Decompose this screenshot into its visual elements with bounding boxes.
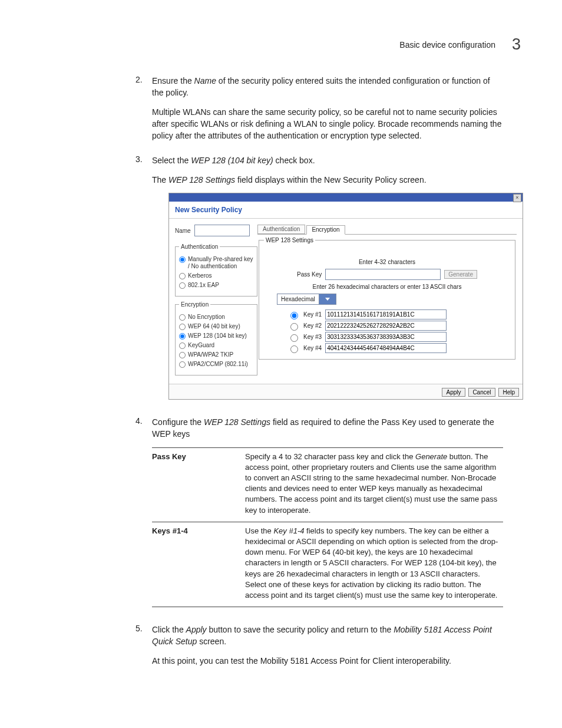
format-dropdown-value: Hexadecimal xyxy=(277,296,319,302)
enc-label-wep128: WEP 128 (104 bit key) xyxy=(188,332,247,340)
enc-radio-wep128[interactable] xyxy=(179,333,186,340)
definition-table: Pass Key Specify a 4 to 32 character pas… xyxy=(152,447,503,607)
step-5-text: Click the Apply button to save the secur… xyxy=(152,624,503,648)
step-2-sub: Multiple WLANs can share the same securi… xyxy=(152,106,503,142)
passkey-label: Pass Key xyxy=(297,271,322,278)
key-input-1[interactable] xyxy=(325,309,447,319)
enc-radio-wpatkip[interactable] xyxy=(179,352,186,358)
chevron-down-icon xyxy=(319,294,336,304)
def-passkey-label: Pass Key xyxy=(152,447,245,522)
auth-label-kerberos: Kerberos xyxy=(188,272,212,279)
apply-button[interactable]: Apply xyxy=(442,388,465,397)
auth-label-eap: 802.1x EAP xyxy=(188,282,219,289)
key-radio-1[interactable] xyxy=(290,312,298,319)
passkey-input[interactable] xyxy=(325,269,441,280)
encryption-fieldset: Encryption No Encryption WEP 64 (40 bit … xyxy=(175,301,257,375)
auth-label-manual: Manually Pre-shared key / No authenticat… xyxy=(188,256,253,270)
authentication-legend: Authentication xyxy=(179,243,220,250)
def-keys-text: Use the Key #1-4 fields to specify key n… xyxy=(245,522,503,607)
enc-label-keyguard: KeyGuard xyxy=(188,342,214,349)
format-dropdown[interactable]: Hexadecimal xyxy=(277,294,336,305)
name-label: Name xyxy=(175,228,191,234)
step-number-3: 3. xyxy=(135,154,152,410)
name-input[interactable] xyxy=(194,225,250,236)
enc-label-wpatkip: WPA/WPA2 TKIP xyxy=(188,351,233,358)
tab-encryption[interactable]: Encryption xyxy=(306,225,345,235)
window-titlebar: × xyxy=(169,193,523,202)
key-radio-3[interactable] xyxy=(290,334,298,342)
auth-radio-eap[interactable] xyxy=(179,282,186,289)
key-label-1: Key #1 xyxy=(303,311,322,318)
authentication-fieldset: Authentication Manually Pre-shared key /… xyxy=(175,243,257,297)
chapter-number: 3 xyxy=(512,35,521,54)
step-3-text: Select the WEP 128 (104 bit key) check b… xyxy=(152,154,523,166)
tab-bar: Authentication Encryption xyxy=(257,225,517,235)
section-title: Basic device configuration xyxy=(399,40,495,50)
help-button[interactable]: Help xyxy=(498,388,519,397)
generate-button[interactable]: Generate xyxy=(444,270,477,279)
step-2-text: Ensure the Name of the security policy e… xyxy=(152,75,503,99)
key-input-4[interactable] xyxy=(325,343,447,353)
enc-radio-none[interactable] xyxy=(179,314,186,321)
enc-radio-wpa2ccmp[interactable] xyxy=(179,361,186,368)
key-label-3: Key #3 xyxy=(303,334,322,340)
screenshot-panel: × New Security Policy Name xyxy=(168,193,523,400)
enc-radio-wep64[interactable] xyxy=(179,324,186,330)
dialog-footer: Apply Cancel Help xyxy=(169,384,523,399)
step-number-5: 5. xyxy=(135,624,152,674)
auth-radio-manual[interactable] xyxy=(179,256,186,263)
hex-note: Enter 26 hexadecimal characters or enter… xyxy=(264,284,510,290)
wep-settings-legend: WEP 128 Settings xyxy=(264,237,315,243)
key-radio-2[interactable] xyxy=(290,323,298,331)
key-input-2[interactable] xyxy=(325,321,447,331)
key-radio-4[interactable] xyxy=(290,345,298,353)
auth-radio-kerberos[interactable] xyxy=(179,273,186,279)
close-icon[interactable]: × xyxy=(513,194,521,202)
wep-settings-fieldset: WEP 128 Settings Enter 4-32 characters P… xyxy=(259,237,515,360)
def-keys-label: Keys #1-4 xyxy=(152,522,245,607)
step-number-2: 2. xyxy=(135,75,152,149)
tab-authentication[interactable]: Authentication xyxy=(257,225,305,234)
def-passkey-text: Specify a 4 to 32 character pass key and… xyxy=(245,447,503,522)
enc-label-wep64: WEP 64 (40 bit key) xyxy=(188,323,240,330)
step-5-sub: At this point, you can test the Mobility… xyxy=(152,655,503,667)
page-header: Basic device configuration 3 xyxy=(41,35,521,54)
enc-label-none: No Encryption xyxy=(188,314,225,321)
svg-marker-0 xyxy=(325,298,330,301)
cancel-button[interactable]: Cancel xyxy=(468,388,495,397)
step-4-text: Configure the WEP 128 Settings field as … xyxy=(152,416,503,440)
passkey-hint: Enter 4-32 characters xyxy=(264,259,510,265)
enc-label-wpa2ccmp: WPA2/CCMP (802.11i) xyxy=(188,361,248,368)
enc-radio-keyguard[interactable] xyxy=(179,342,186,349)
dialog-title: New Security Policy xyxy=(169,202,523,219)
encryption-legend: Encryption xyxy=(179,301,210,308)
step-number-4: 4. xyxy=(135,416,152,618)
key-input-3[interactable] xyxy=(325,332,447,342)
key-label-4: Key #4 xyxy=(303,345,322,351)
step-3-sub: The WEP 128 Settings field displays with… xyxy=(152,174,523,186)
key-label-2: Key #2 xyxy=(303,322,322,329)
